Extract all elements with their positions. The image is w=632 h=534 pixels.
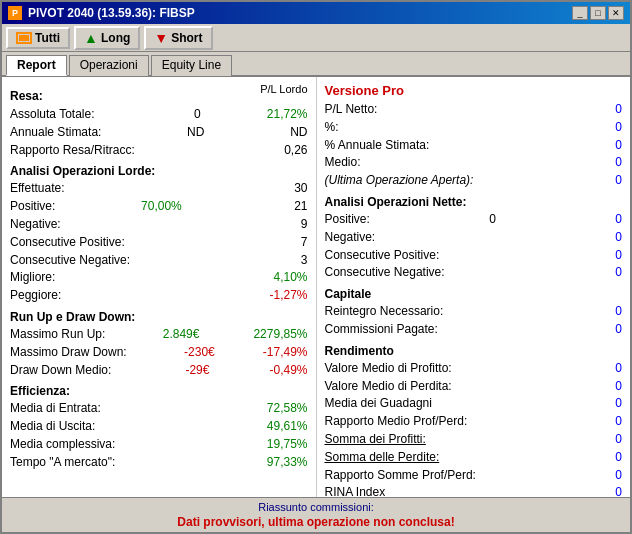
- tab-operazioni[interactable]: Operazioni: [69, 55, 149, 76]
- pct-row: %: 0: [325, 119, 623, 136]
- massimo-drawdown-v2: -17,49%: [263, 344, 308, 361]
- positive-nette-v1: 0: [456, 211, 496, 228]
- media-guadagni-value: 0: [582, 395, 622, 412]
- effettuate-label: Effettuate:: [10, 180, 65, 197]
- svg-rect-1: [19, 35, 29, 41]
- summary-label: Riassunto commissioni:: [10, 501, 622, 513]
- media-complessiva-label: Media complessiva:: [10, 436, 115, 453]
- cons-negative-value: 3: [268, 252, 308, 269]
- negative-row: Negative: 9: [10, 216, 308, 233]
- rapporto-prof-row: Rapporto Medio Prof/Perd: 0: [325, 413, 623, 430]
- peggiore-label: Peggiore:: [10, 287, 61, 304]
- pct-value: 0: [582, 119, 622, 136]
- assoluta-totale-v2: 21,72%: [267, 106, 308, 123]
- window-title: PIVOT 2040 (13.59.36): FIBSP: [28, 6, 195, 20]
- migliore-row: Migliore: 4,10%: [10, 269, 308, 286]
- cons-positive-value: 7: [268, 234, 308, 251]
- rina-value: 0: [582, 484, 622, 497]
- bottom-bar: Riassunto commissioni: Dati provvisori, …: [2, 497, 630, 532]
- migliore-value: 4,10%: [268, 269, 308, 286]
- media-entrata-value: 72,58%: [267, 400, 308, 417]
- valore-perdita-value: 0: [582, 378, 622, 395]
- right-panel: Versione Pro P/L Netto: 0 %: 0 % Annuale…: [317, 77, 631, 497]
- close-button[interactable]: ✕: [608, 6, 624, 20]
- cons-pos-nette-value: 0: [582, 247, 622, 264]
- somma-profitti-value: 0: [582, 431, 622, 448]
- tempo-value: 97,33%: [267, 454, 308, 471]
- medio-label: Medio:: [325, 154, 361, 171]
- effettuate-value: 30: [268, 180, 308, 197]
- pct-annuale-row: % Annuale Stimata: 0: [325, 137, 623, 154]
- rapporto-row: Rapporto Resa/Ritracc: 0,26: [10, 142, 308, 159]
- valore-perdita-row: Valore Medio di Perdita: 0: [325, 378, 623, 395]
- maximize-button[interactable]: □: [590, 6, 606, 20]
- massimo-runup-v2: 2279,85%: [253, 326, 307, 343]
- positive-label: Positive:: [10, 198, 55, 215]
- assoluta-totale-v1: 0: [161, 106, 201, 123]
- valore-profitto-label: Valore Medio di Profitto:: [325, 360, 452, 377]
- migliore-label: Migliore:: [10, 269, 55, 286]
- tutti-button[interactable]: Tutti: [6, 27, 70, 49]
- warning-text: Dati provvisori, ultima operazione non c…: [10, 515, 622, 529]
- pl-netto-label: P/L Netto:: [325, 101, 378, 118]
- title-buttons: _ □ ✕: [572, 6, 624, 20]
- pct-annuale-label: % Annuale Stimata:: [325, 137, 430, 154]
- tab-equity-line[interactable]: Equity Line: [151, 55, 232, 76]
- app-icon: P: [8, 6, 22, 20]
- short-button[interactable]: ▼ Short: [144, 26, 212, 50]
- valore-profitto-row: Valore Medio di Profitto: 0: [325, 360, 623, 377]
- short-icon: ▼: [154, 30, 168, 46]
- annuale-stimata-v2: ND: [267, 124, 307, 141]
- pl-netto-row: P/L Netto: 0: [325, 101, 623, 118]
- massimo-runup-row: Massimo Run Up: 2.849€ 2279,85%: [10, 326, 308, 343]
- drawdown-medio-label: Draw Down Medio:: [10, 362, 111, 379]
- media-complessiva-row: Media complessiva: 19,75%: [10, 436, 308, 453]
- media-complessiva-value: 19,75%: [267, 436, 308, 453]
- negative-nette-label: Negative:: [325, 229, 376, 246]
- efficienza-header: Efficienza:: [10, 384, 308, 398]
- cons-negative-row: Consecutive Negative: 3: [10, 252, 308, 269]
- annuale-stimata-v1: ND: [164, 124, 204, 141]
- rapporto-prof-label: Rapporto Medio Prof/Perd:: [325, 413, 468, 430]
- rina-label: RINA Index: [325, 484, 386, 497]
- cons-positive-label: Consecutive Positive:: [10, 234, 125, 251]
- pct-annuale-value: 0: [582, 137, 622, 154]
- assoluta-totale-row: Assoluta Totale: 0 21,72%: [10, 106, 308, 123]
- effettuate-row: Effettuate: 30: [10, 180, 308, 197]
- cons-negative-label: Consecutive Negative:: [10, 252, 130, 269]
- content-area: Resa: P/L Lordo Assoluta Totale: 0 21,72…: [2, 77, 630, 532]
- valore-perdita-label: Valore Medio di Perdita:: [325, 378, 452, 395]
- analisi-lorde-section: Analisi Operazioni Lorde: Effettuate: 30…: [10, 164, 308, 304]
- cons-neg-nette-value: 0: [582, 264, 622, 281]
- somma-profitti-label: Somma dei Profitti:: [325, 431, 426, 448]
- long-button[interactable]: ▲ Long: [74, 26, 140, 50]
- cons-pos-nette-row: Consecutive Positive: 0: [325, 247, 623, 264]
- tab-report[interactable]: Report: [6, 55, 67, 76]
- somma-profitti-row: Somma dei Profitti: 0: [325, 431, 623, 448]
- reintegro-label: Reintegro Necessario:: [325, 303, 444, 320]
- commissioni-row: Commissioni Pagate: 0: [325, 321, 623, 338]
- ultima-op-value: 0: [582, 172, 622, 189]
- commissioni-label: Commissioni Pagate:: [325, 321, 438, 338]
- toolbar: Tutti ▲ Long ▼ Short: [2, 24, 630, 52]
- massimo-runup-label: Massimo Run Up:: [10, 326, 105, 343]
- main-area: Resa: P/L Lordo Assoluta Totale: 0 21,72…: [2, 77, 630, 497]
- rapporto-somme-label: Rapporto Somme Prof/Perd:: [325, 467, 476, 484]
- version-pro: Versione Pro: [325, 83, 623, 98]
- cons-neg-nette-row: Consecutive Negative: 0: [325, 264, 623, 281]
- reintegro-value: 0: [582, 303, 622, 320]
- rapporto-somme-value: 0: [582, 467, 622, 484]
- somma-perdite-label: Somma delle Perdite:: [325, 449, 440, 466]
- resa-section: Resa: P/L Lordo Assoluta Totale: 0 21,72…: [10, 83, 308, 158]
- tutti-icon: [16, 31, 32, 45]
- minimize-button[interactable]: _: [572, 6, 588, 20]
- left-panel: Resa: P/L Lordo Assoluta Totale: 0 21,72…: [2, 77, 317, 497]
- peggiore-value: -1,27%: [268, 287, 308, 304]
- positive-nette-v2: 0: [582, 211, 622, 228]
- runup-section: Run Up e Draw Down: Massimo Run Up: 2.84…: [10, 310, 308, 378]
- medio-row: Medio: 0: [325, 154, 623, 171]
- rendimento-header: Rendimento: [325, 344, 623, 358]
- medio-value: 0: [582, 154, 622, 171]
- analisi-nette-header: Analisi Operazioni Nette:: [325, 195, 623, 209]
- negative-label: Negative:: [10, 216, 61, 233]
